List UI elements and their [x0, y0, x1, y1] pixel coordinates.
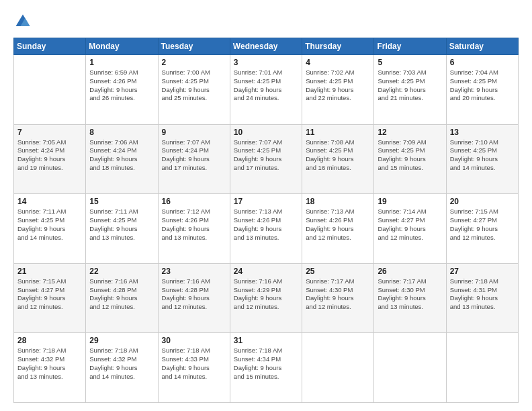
day-info: Sunrise: 7:12 AM Sunset: 4:26 PM Dayligh… — [162, 208, 226, 242]
day-number: 29 — [89, 336, 154, 345]
day-number: 3 — [234, 58, 298, 67]
day-number: 10 — [234, 128, 298, 137]
calendar-cell: 25Sunrise: 7:17 AM Sunset: 4:30 PM Dayli… — [302, 263, 374, 333]
weekday-header-row: SundayMondayTuesdayWednesdayThursdayFrid… — [14, 38, 519, 55]
calendar-cell: 3Sunrise: 7:01 AM Sunset: 4:25 PM Daylig… — [230, 55, 302, 125]
calendar-cell: 13Sunrise: 7:10 AM Sunset: 4:25 PM Dayli… — [446, 124, 518, 194]
week-row-2: 7Sunrise: 7:05 AM Sunset: 4:24 PM Daylig… — [14, 124, 519, 194]
day-info: Sunrise: 7:15 AM Sunset: 4:27 PM Dayligh… — [450, 208, 515, 242]
weekday-monday: Monday — [86, 38, 158, 55]
weekday-sunday: Sunday — [14, 38, 86, 55]
day-number: 7 — [17, 128, 82, 137]
day-number: 21 — [17, 267, 82, 276]
day-number: 24 — [234, 267, 298, 276]
day-number: 6 — [450, 58, 515, 67]
day-info: Sunrise: 7:18 AM Sunset: 4:33 PM Dayligh… — [162, 347, 226, 381]
day-info: Sunrise: 7:10 AM Sunset: 4:25 PM Dayligh… — [450, 138, 515, 173]
weekday-friday: Friday — [374, 38, 446, 55]
calendar-cell: 28Sunrise: 7:18 AM Sunset: 4:32 PM Dayli… — [14, 333, 86, 403]
calendar-cell: 22Sunrise: 7:16 AM Sunset: 4:28 PM Dayli… — [86, 263, 158, 333]
day-info: Sunrise: 7:08 AM Sunset: 4:25 PM Dayligh… — [306, 138, 370, 173]
calendar-cell: 14Sunrise: 7:11 AM Sunset: 4:25 PM Dayli… — [14, 194, 86, 264]
page: SundayMondayTuesdayWednesdayThursdayFrid… — [0, 0, 532, 411]
calendar-cell: 20Sunrise: 7:15 AM Sunset: 4:27 PM Dayli… — [446, 194, 518, 264]
calendar-cell: 4Sunrise: 7:02 AM Sunset: 4:25 PM Daylig… — [302, 55, 374, 125]
day-number: 30 — [162, 336, 226, 345]
calendar-cell — [302, 333, 374, 403]
day-info: Sunrise: 7:17 AM Sunset: 4:30 PM Dayligh… — [306, 277, 370, 312]
logo — [13, 12, 35, 31]
logo-icon — [13, 12, 32, 31]
day-number: 1 — [89, 58, 154, 67]
day-number: 28 — [17, 336, 82, 345]
day-info: Sunrise: 7:00 AM Sunset: 4:25 PM Dayligh… — [162, 68, 226, 103]
day-number: 9 — [162, 128, 226, 137]
calendar-cell — [374, 333, 446, 403]
day-info: Sunrise: 7:04 AM Sunset: 4:25 PM Dayligh… — [450, 68, 515, 103]
day-number: 18 — [306, 197, 370, 206]
day-number: 31 — [234, 336, 298, 345]
day-info: Sunrise: 7:06 AM Sunset: 4:24 PM Dayligh… — [89, 138, 154, 173]
day-info: Sunrise: 7:16 AM Sunset: 4:28 PM Dayligh… — [162, 277, 226, 312]
calendar-cell: 15Sunrise: 7:11 AM Sunset: 4:25 PM Dayli… — [86, 194, 158, 264]
day-number: 8 — [89, 128, 154, 137]
day-info: Sunrise: 7:11 AM Sunset: 4:25 PM Dayligh… — [17, 208, 82, 242]
calendar-cell: 21Sunrise: 7:15 AM Sunset: 4:27 PM Dayli… — [14, 263, 86, 333]
calendar-cell — [446, 333, 518, 403]
week-row-1: 1Sunrise: 6:59 AM Sunset: 4:26 PM Daylig… — [14, 55, 519, 125]
week-row-4: 21Sunrise: 7:15 AM Sunset: 4:27 PM Dayli… — [14, 263, 519, 333]
calendar-cell: 16Sunrise: 7:12 AM Sunset: 4:26 PM Dayli… — [158, 194, 230, 264]
calendar-cell: 7Sunrise: 7:05 AM Sunset: 4:24 PM Daylig… — [14, 124, 86, 194]
calendar-cell: 8Sunrise: 7:06 AM Sunset: 4:24 PM Daylig… — [86, 124, 158, 194]
day-info: Sunrise: 7:18 AM Sunset: 4:32 PM Dayligh… — [89, 347, 154, 381]
calendar-cell: 6Sunrise: 7:04 AM Sunset: 4:25 PM Daylig… — [446, 55, 518, 125]
weekday-tuesday: Tuesday — [158, 38, 230, 55]
day-number: 26 — [378, 267, 442, 276]
day-info: Sunrise: 7:18 AM Sunset: 4:32 PM Dayligh… — [17, 347, 82, 381]
day-number: 4 — [306, 58, 370, 67]
calendar-cell: 30Sunrise: 7:18 AM Sunset: 4:33 PM Dayli… — [158, 333, 230, 403]
day-info: Sunrise: 7:11 AM Sunset: 4:25 PM Dayligh… — [89, 208, 154, 242]
day-info: Sunrise: 7:05 AM Sunset: 4:24 PM Dayligh… — [17, 138, 82, 173]
day-number: 27 — [450, 267, 515, 276]
calendar-cell: 29Sunrise: 7:18 AM Sunset: 4:32 PM Dayli… — [86, 333, 158, 403]
day-number: 5 — [378, 58, 442, 67]
week-row-5: 28Sunrise: 7:18 AM Sunset: 4:32 PM Dayli… — [14, 333, 519, 403]
calendar-cell: 19Sunrise: 7:14 AM Sunset: 4:27 PM Dayli… — [374, 194, 446, 264]
day-number: 13 — [450, 128, 515, 137]
day-info: Sunrise: 7:13 AM Sunset: 4:26 PM Dayligh… — [306, 208, 370, 242]
calendar-table: SundayMondayTuesdayWednesdayThursdayFrid… — [13, 38, 519, 403]
calendar-cell: 11Sunrise: 7:08 AM Sunset: 4:25 PM Dayli… — [302, 124, 374, 194]
day-info: Sunrise: 7:16 AM Sunset: 4:28 PM Dayligh… — [89, 277, 154, 312]
day-info: Sunrise: 7:16 AM Sunset: 4:29 PM Dayligh… — [234, 277, 298, 312]
day-info: Sunrise: 7:18 AM Sunset: 4:31 PM Dayligh… — [450, 277, 515, 312]
header — [13, 12, 519, 31]
day-number: 16 — [162, 197, 226, 206]
day-number: 15 — [89, 197, 154, 206]
day-number: 23 — [162, 267, 226, 276]
weekday-saturday: Saturday — [446, 38, 518, 55]
calendar-cell: 18Sunrise: 7:13 AM Sunset: 4:26 PM Dayli… — [302, 194, 374, 264]
calendar-cell: 1Sunrise: 6:59 AM Sunset: 4:26 PM Daylig… — [86, 55, 158, 125]
day-number: 19 — [378, 197, 442, 206]
calendar-cell: 31Sunrise: 7:18 AM Sunset: 4:34 PM Dayli… — [230, 333, 302, 403]
day-info: Sunrise: 7:17 AM Sunset: 4:30 PM Dayligh… — [378, 277, 442, 312]
calendar-cell: 5Sunrise: 7:03 AM Sunset: 4:25 PM Daylig… — [374, 55, 446, 125]
week-row-3: 14Sunrise: 7:11 AM Sunset: 4:25 PM Dayli… — [14, 194, 519, 264]
weekday-thursday: Thursday — [302, 38, 374, 55]
calendar-cell: 26Sunrise: 7:17 AM Sunset: 4:30 PM Dayli… — [374, 263, 446, 333]
day-number: 20 — [450, 197, 515, 206]
calendar-cell: 27Sunrise: 7:18 AM Sunset: 4:31 PM Dayli… — [446, 263, 518, 333]
day-info: Sunrise: 7:02 AM Sunset: 4:25 PM Dayligh… — [306, 68, 370, 103]
calendar-cell: 9Sunrise: 7:07 AM Sunset: 4:24 PM Daylig… — [158, 124, 230, 194]
day-info: Sunrise: 7:13 AM Sunset: 4:26 PM Dayligh… — [234, 208, 298, 242]
day-info: Sunrise: 7:03 AM Sunset: 4:25 PM Dayligh… — [378, 68, 442, 103]
day-number: 12 — [378, 128, 442, 137]
day-info: Sunrise: 7:14 AM Sunset: 4:27 PM Dayligh… — [378, 208, 442, 242]
calendar-cell: 23Sunrise: 7:16 AM Sunset: 4:28 PM Dayli… — [158, 263, 230, 333]
day-info: Sunrise: 7:07 AM Sunset: 4:24 PM Dayligh… — [162, 138, 226, 173]
day-number: 11 — [306, 128, 370, 137]
calendar-cell: 10Sunrise: 7:07 AM Sunset: 4:25 PM Dayli… — [230, 124, 302, 194]
day-number: 22 — [89, 267, 154, 276]
day-info: Sunrise: 6:59 AM Sunset: 4:26 PM Dayligh… — [89, 68, 154, 103]
